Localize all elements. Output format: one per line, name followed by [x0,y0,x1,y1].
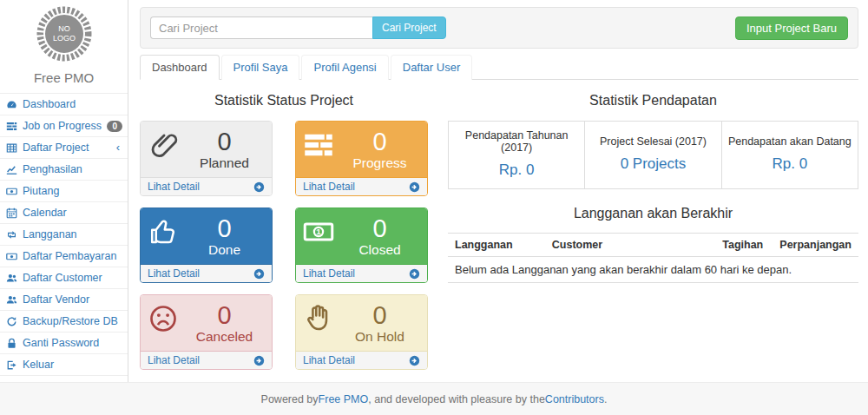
status-section-title: Statistik Status Project [140,93,428,109]
canceled-detail-link[interactable]: Lihat Detail [141,351,272,369]
stat-label: Project Selesai (2017) [590,135,715,148]
thumbs-up-icon [148,214,184,258]
status-card-canceled: 0 Canceled Lihat Detail [140,294,273,370]
lihat-detail-label: Lihat Detail [148,267,200,280]
sidebar-item-label: Keluar [23,359,54,371]
line-chart-icon [6,164,17,175]
done-count: 0 [217,215,231,241]
search-input[interactable] [150,16,372,39]
table-icon [6,142,17,154]
lihat-detail-label: Lihat Detail [303,267,355,280]
subscription-table: Langganan Customer Tagihan Perpanjangan … [448,233,858,283]
chevron-left-icon: ‹ [116,143,122,152]
sidebar-item-dashboard[interactable]: Dashboard [0,94,128,115]
lihat-detail-label: Lihat Detail [303,354,355,366]
stat-value-link[interactable]: Rp. 0 [454,161,579,179]
tab-daftar-user[interactable]: Daftar User [391,55,472,80]
planned-count: 0 [217,128,231,155]
stat-value-link[interactable]: 0 Projects [590,155,715,173]
no-logo-badge-icon: NO LOGO [36,6,92,62]
contributors-link[interactable]: Contributors [545,393,604,405]
canceled-count: 0 [217,302,231,328]
sidebar-item-daftar-pembayaran[interactable]: Daftar Pembayaran [0,246,128,267]
progress-label: Progress [352,155,406,171]
status-card-body: 0 Canceled [141,295,272,351]
lock-icon [6,338,17,349]
sidebar-item-keluar[interactable]: Keluar [0,354,128,376]
sidebar-item-label: Daftar Pembayaran [23,250,116,262]
calendar-icon [6,208,17,219]
sidebar-item-langganan[interactable]: Langganan [0,224,128,246]
planned-detail-link[interactable]: Lihat Detail [141,177,272,195]
sidebar-item-backup-restore-db[interactable]: Backup/Restore DB [0,311,128,333]
free-pmo-dashboard-page: NO LOGO Free PMO Dashboard Job on Progre… [0,0,868,415]
status-card-on-hold: 0 On Hold Lihat Detail [295,294,428,370]
tasks-icon [303,128,339,171]
project-status-section: Statistik Status Project 0 Planned [140,93,428,370]
closed-detail-link[interactable]: Lihat Detail [296,264,427,282]
sidebar-item-daftar-project[interactable]: Daftar Project ‹ [0,137,128,159]
free-pmo-link[interactable]: Free PMO [319,393,369,405]
users-icon [6,273,17,284]
sidebar-item-label: Job on Progress [23,120,102,132]
footer-text-suffix: . [604,393,607,405]
subscription-header-row: Langganan Customer Tagihan Perpanjangan [448,234,858,257]
dashboard-icon [6,99,17,110]
footer-text-prefix: Powered by [261,393,319,405]
retweet-icon [6,229,17,240]
new-project-button[interactable]: Input Project Baru [735,16,848,40]
hand-icon [303,301,339,345]
column-header-tagihan: Tagihan [715,234,773,257]
frown-icon [148,301,184,345]
stat-cell-finished-projects: Project Selesai (2017) 0 Projects [585,122,721,189]
income-section: Statistik Pendapatan Pendapatan Tahunan … [448,93,858,370]
sidebar-item-label: Piutang [23,185,59,197]
status-cards-grid: 0 Planned Lihat Detail [140,121,428,370]
main-area: Cari Project Input Project Baru Dashboar… [129,0,868,370]
sidebar-item-label: Langganan [23,228,77,240]
job-count-badge: 0 [107,121,122,132]
sidebar-item-label: Backup/Restore DB [23,315,118,327]
sidebar-item-label: Calendar [23,207,67,219]
tab-profil-agensi[interactable]: Profil Agensi [301,55,388,80]
table-row: Belum ada Langganan yang akan berakhir d… [448,257,858,283]
sidebar-item-daftar-vendor[interactable]: Daftar Vendor [0,289,128,311]
planned-label: Planned [200,155,249,171]
sidebar-item-label: Daftar Vendor [23,293,89,306]
search-button[interactable]: Cari Project [372,16,446,39]
sidebar-item-daftar-customer[interactable]: Daftar Customer [0,267,128,289]
sidebar-item-ganti-password[interactable]: Ganti Password [0,333,128,354]
stat-value-link[interactable]: Rp. 0 [727,155,852,173]
status-card-body: 1 0 Closed [296,208,427,264]
sidebar-item-calendar[interactable]: Calendar [0,202,128,224]
users-icon [6,294,17,306]
app-logo: NO LOGO Free PMO [0,0,128,85]
sidebar-item-label: Daftar Project [23,142,89,154]
tab-profil-saya[interactable]: Profil Saya [221,55,300,80]
tab-dashboard[interactable]: Dashboard [140,55,220,80]
sidebar-item-piutang[interactable]: Piutang [0,181,128,202]
money-icon [6,251,17,262]
income-stats-table: Pendapatan Tahunan (2017) Rp. 0 Project … [448,121,858,189]
sidebar-item-job-on-progress[interactable]: Job on Progress 0 [0,115,128,137]
done-detail-link[interactable]: Lihat Detail [141,264,272,282]
tab-bar: Dashboard Profil Saya Profil Agensi Daft… [140,55,858,80]
sidebar-item-label: Dashboard [23,98,76,110]
on-hold-detail-link[interactable]: Lihat Detail [296,351,427,369]
logo-text-line2: LOGO [52,34,75,43]
progress-detail-link[interactable]: Lihat Detail [296,177,427,195]
arrow-circle-right-icon [253,181,265,193]
sidebar-menu: Dashboard Job on Progress 0 Daftar Proje… [0,93,128,376]
sidebar-item-penghasilan[interactable]: Penghasilan [0,159,128,181]
stat-cell-annual-income: Pendapatan Tahunan (2017) Rp. 0 [449,122,585,189]
done-label: Done [208,242,240,258]
brand-name: Free PMO [0,70,128,85]
footer-text-middle: , and developed with pleasure by the [368,393,545,405]
svg-text:1: 1 [316,227,321,236]
sign-out-icon [6,359,17,371]
canceled-label: Canceled [196,329,253,345]
refresh-icon [6,316,17,327]
closed-label: Closed [358,242,400,258]
money-icon [6,186,17,197]
arrow-circle-right-icon [409,268,420,280]
